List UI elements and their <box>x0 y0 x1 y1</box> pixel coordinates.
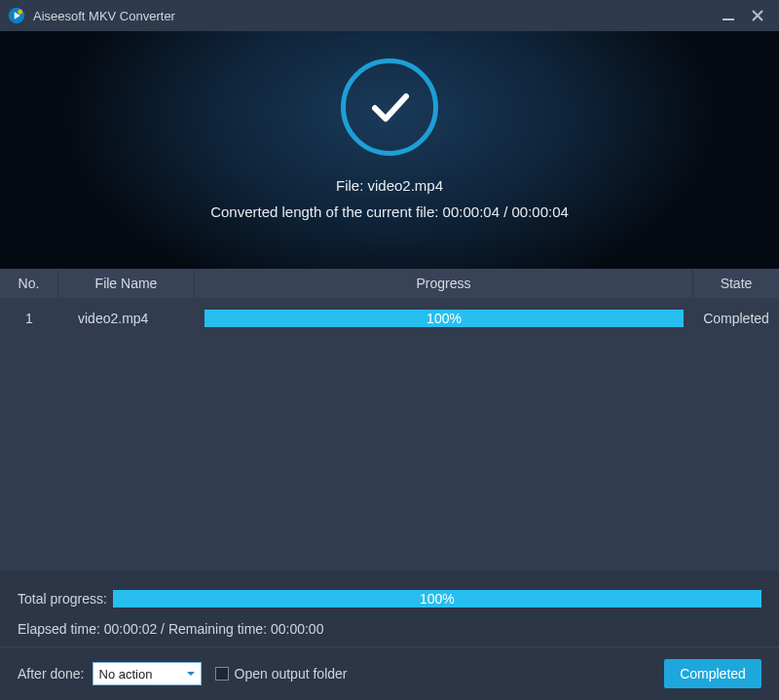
col-header-filename: File Name <box>58 269 195 298</box>
completion-hero: File: video2.mp4 Converted length of the… <box>0 31 779 269</box>
col-header-state: State <box>693 269 779 298</box>
app-window: Aiseesoft MKV Converter File: video2.mp4… <box>0 0 779 700</box>
success-check-icon <box>341 58 438 156</box>
table-header: No. File Name Progress State <box>0 269 779 298</box>
svg-point-1 <box>18 10 22 15</box>
converted-length-label: Converted length of the current file: 00… <box>210 203 569 220</box>
open-output-checkbox[interactable] <box>215 667 229 681</box>
col-header-progress: Progress <box>195 269 693 298</box>
summary-panel: Total progress: 100% Elapsed time: 00:00… <box>0 571 779 647</box>
completed-button[interactable]: Completed <box>664 659 761 688</box>
total-progress-bar: 100% <box>113 590 761 608</box>
after-done-select[interactable]: No action <box>93 662 202 685</box>
after-done-value: No action <box>99 667 153 682</box>
svg-rect-2 <box>723 18 734 20</box>
minimize-button[interactable] <box>717 4 740 27</box>
titlebar[interactable]: Aiseesoft MKV Converter <box>0 0 779 31</box>
row-progress-bar: 100% <box>204 310 684 327</box>
cell-filename: video2.mp4 <box>58 298 195 339</box>
cell-no: 1 <box>0 298 58 339</box>
app-title: Aiseesoft MKV Converter <box>33 9 175 23</box>
cell-state: Completed <box>693 298 779 339</box>
table-row[interactable]: 1 video2.mp4 100% Completed <box>0 298 779 339</box>
table-body: 1 video2.mp4 100% Completed <box>0 298 779 571</box>
current-file-label: File: video2.mp4 <box>336 177 443 194</box>
dropdown-arrow-icon <box>181 663 201 684</box>
app-logo-icon <box>8 7 25 24</box>
footer-bar: After done: No action Open output folder… <box>0 647 779 700</box>
total-progress-label: Total progress: <box>18 591 107 607</box>
col-header-no: No. <box>0 269 58 298</box>
row-progress-value: 100% <box>204 310 684 327</box>
completed-button-label: Completed <box>680 666 746 682</box>
after-done-label: After done: <box>18 666 85 682</box>
cell-progress: 100% <box>195 298 693 339</box>
elapsed-remaining-label: Elapsed time: 00:00:02 / Remaining time:… <box>18 621 761 637</box>
open-output-label[interactable]: Open output folder <box>235 666 348 682</box>
total-progress-value: 100% <box>113 590 761 608</box>
close-button[interactable] <box>746 4 769 27</box>
